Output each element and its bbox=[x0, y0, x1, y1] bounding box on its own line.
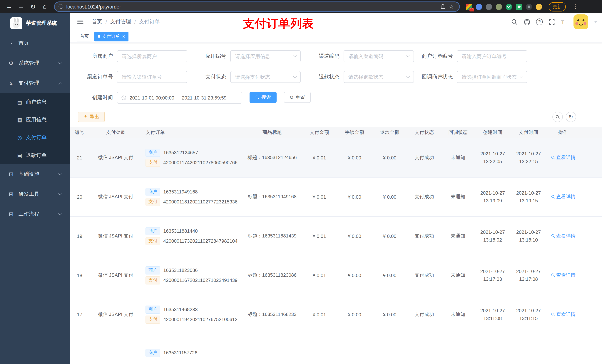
help-icon[interactable]: ? bbox=[536, 19, 543, 25]
active-dot bbox=[98, 35, 100, 38]
font-size-icon[interactable] bbox=[561, 18, 568, 25]
fullscreen-icon[interactable] bbox=[548, 18, 555, 25]
hamburger-icon[interactable] bbox=[77, 18, 84, 26]
chevron-down-icon bbox=[58, 212, 62, 216]
table-row[interactable]: 17 微信 JSAPI 支付 商户 1635311468233 支付 42000… bbox=[70, 295, 602, 334]
sidebar-item-system[interactable]: ⚙ 系统管理 bbox=[0, 53, 70, 73]
address-bar[interactable]: ⓘ localhost:1024/pay/order ☆ bbox=[54, 1, 460, 12]
sidebar-item-infra[interactable]: ⊡ 基础设施 bbox=[0, 164, 70, 184]
tab-label: 支付订单 bbox=[102, 33, 120, 40]
tab-pay-order[interactable]: 支付订单 × bbox=[94, 32, 128, 41]
refresh-table-button[interactable]: ↻ bbox=[566, 112, 576, 122]
site-info-icon[interactable]: ⓘ bbox=[58, 3, 63, 10]
bookmark-star-icon[interactable]: ☆ bbox=[447, 4, 455, 10]
sidebar-item-pay-order[interactable]: ◎ 支付订单 bbox=[0, 129, 70, 146]
extension-olive-icon[interactable] bbox=[496, 3, 502, 10]
view-detail-link[interactable]: 查看详情 bbox=[551, 154, 576, 161]
app-id-select[interactable] bbox=[230, 50, 301, 62]
sidebar-item-label: 支付订单 bbox=[26, 134, 47, 141]
extension-gray-icon[interactable] bbox=[486, 3, 492, 10]
cell-pay-time: 2021-10-2713:11:15 bbox=[511, 295, 547, 334]
browser-back-button[interactable]: ← bbox=[4, 1, 15, 12]
date-end[interactable]: 2021-10-31 23:59:59 bbox=[182, 95, 226, 100]
sidebar-item-merchant-info[interactable]: ▤ 商户信息 bbox=[0, 93, 70, 111]
cell-title: 标题：1635312124656 bbox=[243, 138, 302, 177]
sidebar-item-app-info[interactable]: ▦ 应用信息 bbox=[0, 111, 70, 129]
user-dropdown-caret[interactable] bbox=[594, 21, 598, 23]
sidebar-item-refund-order[interactable]: ▣ 退款订单 bbox=[0, 146, 70, 164]
url-text[interactable]: localhost:1024/pay/order bbox=[66, 4, 439, 10]
merchant-order-no-input[interactable] bbox=[457, 50, 527, 62]
col-order: 支付订单 bbox=[142, 127, 243, 138]
sidebar-item-workflow[interactable]: ⊟ 工作流程 bbox=[0, 204, 70, 224]
pay-status-select[interactable] bbox=[230, 71, 301, 83]
view-detail-link[interactable]: 查看详情 bbox=[551, 193, 576, 200]
chrome-update-button[interactable]: 更新 bbox=[549, 2, 566, 11]
reset-button[interactable]: ↻ 重置 bbox=[284, 92, 311, 103]
browser-reload-button[interactable]: ↻ bbox=[27, 1, 39, 12]
cell-channel: 微信 JSAPI 支付 bbox=[89, 295, 142, 334]
tab-home[interactable]: 首页 bbox=[77, 32, 92, 41]
pay-tag: 支付 bbox=[146, 237, 160, 245]
view-detail-link[interactable]: 查看详情 bbox=[551, 233, 576, 239]
date-separator: - bbox=[177, 95, 179, 100]
cell-status bbox=[407, 334, 441, 364]
date-range-picker[interactable]: 2021-10-01 00:00:00 - 2021-10-31 23:59:5… bbox=[117, 92, 242, 104]
col-action: 操作 bbox=[547, 127, 580, 138]
orders-table: 编号 支付渠道 支付订单 商品标题 支付金额 手续金额 退款金额 支付状态 回调… bbox=[70, 127, 602, 364]
search-icon[interactable] bbox=[511, 18, 518, 25]
extension-blue-icon[interactable] bbox=[476, 3, 482, 10]
search-button[interactable]: 搜索 bbox=[249, 92, 277, 103]
browser-forward-button[interactable]: → bbox=[16, 1, 27, 12]
table-row[interactable]: 20 微信 JSAPI 支付 商户 1635311949168 支付 42000… bbox=[70, 177, 602, 216]
cell-refund: ¥ 0.00 bbox=[372, 138, 407, 177]
extension-wechat-icon[interactable] bbox=[516, 3, 522, 10]
browser-home-button[interactable]: ⌂ bbox=[39, 1, 50, 12]
refund-status-select[interactable] bbox=[344, 71, 414, 83]
github-icon[interactable] bbox=[524, 18, 531, 25]
channel-order-no: 4200001173202110272847982104 bbox=[163, 238, 237, 244]
cell-status: 支付成功 bbox=[407, 216, 441, 256]
extension-green-check-icon[interactable] bbox=[506, 3, 512, 10]
sidebar-item-home[interactable]: ◔ 首页 bbox=[0, 33, 70, 53]
cell-pay-time: 2021-10-2713:18:10 bbox=[511, 216, 547, 256]
filter-channel-order-no: 渠道订单号 bbox=[76, 71, 187, 83]
cell-refund: ¥ 0.00 bbox=[372, 256, 407, 295]
date-start[interactable]: 2021-10-01 00:00:00 bbox=[129, 95, 174, 100]
share-icon[interactable] bbox=[439, 3, 447, 10]
user-avatar[interactable] bbox=[573, 14, 588, 29]
filter-label: 应用编号 bbox=[190, 53, 230, 60]
table-row[interactable]: 21 微信 JSAPI 支付 商户 1635312124657 支付 42000… bbox=[70, 138, 602, 177]
magnifier-icon bbox=[551, 273, 555, 277]
extension-colorful-icon[interactable]: 10 bbox=[466, 3, 472, 10]
table-row[interactable]: 19 微信 JSAPI 支付 商户 1635311881440 支付 42000… bbox=[70, 216, 602, 256]
close-icon[interactable]: × bbox=[122, 34, 125, 39]
sidebar-item-payment[interactable]: ¥ 支付管理 bbox=[0, 73, 70, 93]
channel-order-no: 4200001167202110271022491439 bbox=[163, 277, 237, 283]
chrome-menu-icon[interactable]: ⋮ bbox=[572, 3, 578, 10]
export-button[interactable]: 导出 bbox=[78, 112, 105, 122]
cell-id: 19 bbox=[70, 216, 89, 256]
extension-puzzle-icon[interactable] bbox=[526, 3, 532, 10]
table-row[interactable]: 商户 1635311157726 bbox=[70, 334, 602, 364]
document-icon: ▣ bbox=[16, 152, 23, 158]
channel-order-no-input[interactable] bbox=[117, 71, 187, 83]
table-row[interactable]: 18 微信 JSAPI 支付 商户 1635311823086 支付 42000… bbox=[70, 256, 602, 295]
filter-merchant-order-no: 商户订单编号 bbox=[416, 50, 527, 62]
cell-title: 标题：1635311468233 bbox=[243, 295, 302, 334]
toggle-search-button[interactable] bbox=[552, 112, 563, 122]
extension-emoji-icon[interactable] bbox=[536, 3, 542, 10]
app-title: 芋道管理系统 bbox=[26, 20, 57, 27]
cell-channel: 微信 JSAPI 支付 bbox=[89, 256, 142, 295]
merchant-input[interactable] bbox=[117, 50, 187, 62]
view-detail-link[interactable]: 查看详情 bbox=[551, 272, 576, 279]
channel-code-select[interactable] bbox=[344, 50, 414, 62]
filter-merchant: 所属商户 bbox=[76, 50, 187, 62]
breadcrumb-payment[interactable]: 支付管理 bbox=[110, 19, 131, 25]
view-detail-link[interactable]: 查看详情 bbox=[551, 311, 576, 318]
cell-status: 支付成功 bbox=[407, 295, 441, 334]
notify-status-select[interactable] bbox=[457, 71, 527, 83]
breadcrumb-home[interactable]: 首页 bbox=[92, 19, 102, 25]
sidebar-item-dev-tools[interactable]: ⊞ 研发工具 bbox=[0, 184, 70, 204]
cell-fee: ¥ 0.00 bbox=[337, 295, 372, 334]
